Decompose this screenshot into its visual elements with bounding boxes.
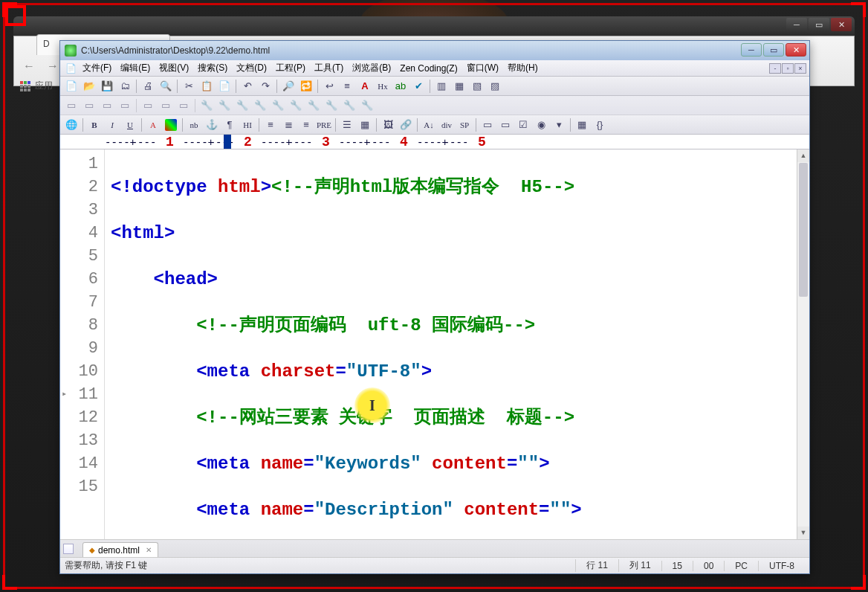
font-color-button[interactable]: A <box>145 117 161 133</box>
tool2-wrench-1[interactable]: 🔧 <box>198 97 215 114</box>
tool2-wrench-3[interactable]: 🔧 <box>234 97 250 114</box>
scrollbar-thumb[interactable] <box>799 163 808 297</box>
pre-button[interactable]: PRE <box>316 117 332 133</box>
menu-project[interactable]: 工程(P) <box>271 60 310 76</box>
align-center-button[interactable]: ≣ <box>280 117 297 133</box>
cut-button[interactable]: ✂ <box>181 78 197 94</box>
link-button[interactable]: 🔗 <box>398 117 414 133</box>
underline-button[interactable]: U <box>122 117 138 133</box>
bold-button[interactable]: B <box>86 117 103 133</box>
copy-button[interactable]: 📋 <box>198 78 215 94</box>
tool2-4[interactable]: ▭ <box>117 97 133 114</box>
find-button[interactable]: 🔎 <box>280 78 297 94</box>
column-button[interactable]: ▥ <box>433 78 450 94</box>
script-button[interactable]: {} <box>592 117 608 133</box>
code-editor[interactable]: 1 2 3 4 5 6 7 8 9 10 11 12 13 14 15 <!do… <box>60 149 809 539</box>
redo-button[interactable]: ↷ <box>257 78 273 94</box>
menu-zencoding[interactable]: Zen Coding(Z) <box>395 62 461 75</box>
tool2-6[interactable]: ▭ <box>158 97 174 114</box>
browser-back-button[interactable]: ← <box>20 57 38 75</box>
tool2-wrench-6[interactable]: 🔧 <box>288 97 304 114</box>
align-left-button[interactable]: ≡ <box>262 117 279 133</box>
vertical-scrollbar[interactable]: ▲ ▼ <box>797 149 809 539</box>
undo-button[interactable]: ↶ <box>239 78 256 94</box>
editor-minimize-button[interactable]: ─ <box>741 43 762 57</box>
editor-close-button[interactable]: ✕ <box>786 43 806 57</box>
save-all-button[interactable]: 🗂 <box>117 78 133 94</box>
align-right-button[interactable]: ≡ <box>298 117 314 133</box>
mdi-restore-button[interactable]: ▫ <box>782 63 794 74</box>
hi-button[interactable]: HI <box>239 117 256 133</box>
scroll-down-button[interactable]: ▼ <box>797 527 809 539</box>
tool2-3[interactable]: ▭ <box>99 97 115 114</box>
new-file-button[interactable]: 📄 <box>63 78 80 94</box>
tool2-wrench-7[interactable]: 🔧 <box>305 97 322 114</box>
globe-button[interactable]: 🌐 <box>63 117 80 133</box>
menu-tools[interactable]: 工具(T) <box>310 60 348 76</box>
menubar-app-icon[interactable]: 📄 <box>65 62 77 74</box>
ai-button[interactable]: A↓ <box>421 117 437 133</box>
browser-apps-shortcut[interactable]: 应用 <box>20 80 53 92</box>
replace-button[interactable]: 🔁 <box>298 78 314 94</box>
italic-button[interactable]: I <box>104 117 120 133</box>
mdi-minimize-button[interactable]: - <box>769 63 781 74</box>
sp-button[interactable]: SP <box>456 117 473 133</box>
div-button[interactable]: div <box>438 117 455 133</box>
tool2-wrench-5[interactable]: 🔧 <box>270 97 286 114</box>
editor-titlebar[interactable]: C:\Users\Administrator\Desktop\9.22\demo… <box>60 41 809 60</box>
panel-2-button[interactable]: ▧ <box>469 78 485 94</box>
menu-help[interactable]: 帮助(H) <box>503 60 542 76</box>
preview-button[interactable]: 🔍 <box>158 78 174 94</box>
os-minimize-button[interactable]: ─ <box>786 18 807 31</box>
tool2-5[interactable]: ▭ <box>140 97 156 114</box>
tool2-7[interactable]: ▭ <box>175 97 192 114</box>
panel-1-button[interactable]: ▦ <box>451 78 467 94</box>
para-button[interactable]: ¶ <box>221 117 238 133</box>
open-file-button[interactable]: 📂 <box>81 78 97 94</box>
tool2-1[interactable]: ▭ <box>63 97 80 114</box>
input-button[interactable]: ▭ <box>497 117 514 133</box>
menu-file[interactable]: 文件(F) <box>78 60 116 76</box>
nb-button[interactable]: nb <box>186 117 202 133</box>
tool2-wrench-10[interactable]: 🔧 <box>359 97 375 114</box>
os-close-button[interactable]: ✕ <box>831 18 852 31</box>
code-text-area[interactable]: <!doctype html><!--声明html版本编写指令 H5--> <h… <box>105 149 809 539</box>
paste-button[interactable]: 📄 <box>216 78 233 94</box>
save-button[interactable]: 💾 <box>99 78 115 94</box>
spellcheck-button[interactable]: ab <box>392 78 409 94</box>
menu-edit[interactable]: 编辑(E) <box>116 60 155 76</box>
table-button[interactable]: ▦ <box>357 117 373 133</box>
anchor-button[interactable]: ⚓ <box>204 117 220 133</box>
tool2-wrench-2[interactable]: 🔧 <box>216 97 233 114</box>
check-button[interactable]: ✔ <box>410 78 427 94</box>
panel-3-button[interactable]: ▨ <box>487 78 503 94</box>
print-button[interactable]: 🖨 <box>140 78 156 94</box>
select-button[interactable]: ▾ <box>551 117 567 133</box>
hx-button[interactable]: Hx <box>375 78 391 94</box>
tool2-wrench-4[interactable]: 🔧 <box>252 97 268 114</box>
frame-button[interactable]: ▦ <box>574 117 590 133</box>
tool2-2[interactable]: ▭ <box>81 97 97 114</box>
tab-close-button[interactable]: ✕ <box>146 546 152 554</box>
tool2-wrench-9[interactable]: 🔧 <box>341 97 357 114</box>
scroll-up-button[interactable]: ▲ <box>797 149 809 162</box>
checkbox-button[interactable]: ☑ <box>515 117 531 133</box>
menu-search[interactable]: 搜索(S) <box>193 60 232 76</box>
file-tab-demo[interactable]: ◆ demo.html ✕ <box>82 542 158 557</box>
wordwrap-button[interactable]: ↩ <box>321 78 337 94</box>
os-maximize-button[interactable]: ▭ <box>809 18 829 31</box>
toggle-1-button[interactable]: ≡ <box>339 78 355 94</box>
menu-browser[interactable]: 浏览器(B) <box>348 60 395 76</box>
color-swatch-button[interactable] <box>165 119 177 131</box>
menu-document[interactable]: 文档(D) <box>232 60 271 76</box>
tool2-wrench-8[interactable]: 🔧 <box>323 97 340 114</box>
font-a-button[interactable]: A <box>357 78 373 94</box>
list-button[interactable]: ☰ <box>339 117 355 133</box>
radio-button[interactable]: ◉ <box>533 117 549 133</box>
form-button[interactable]: ▭ <box>479 117 496 133</box>
menu-view[interactable]: 视图(V) <box>155 60 193 76</box>
image-button[interactable]: 🖼 <box>380 117 396 133</box>
editor-maximize-button[interactable]: ▭ <box>763 43 784 57</box>
mdi-close-button[interactable]: × <box>794 63 806 74</box>
menu-window[interactable]: 窗口(W) <box>462 60 503 76</box>
